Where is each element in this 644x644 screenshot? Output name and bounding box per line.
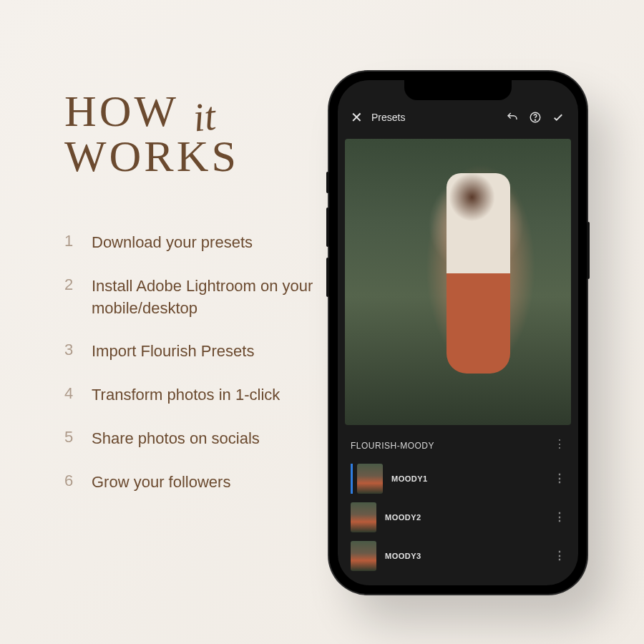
more-icon[interactable]: ⋮ [554, 514, 566, 521]
step-item: 1 Download your presets [64, 232, 336, 254]
step-text: Transform photos in 1-click [92, 384, 280, 406]
step-number: 1 [64, 232, 76, 254]
preset-label: MOODY1 [391, 474, 545, 483]
help-icon[interactable] [528, 110, 542, 125]
step-text: Import Flourish Presets [92, 341, 254, 363]
more-icon[interactable]: ⋮ [554, 552, 566, 560]
phone-side-button [326, 172, 329, 193]
step-item: 3 Import Flourish Presets [64, 341, 336, 363]
step-text: Share photos on socials [92, 428, 260, 450]
step-text: Download your presets [92, 232, 253, 254]
step-number: 2 [64, 275, 76, 320]
svg-point-1 [535, 119, 535, 120]
step-number: 6 [64, 472, 76, 494]
preset-thumbnail [357, 464, 383, 494]
preset-label: MOODY3 [385, 552, 545, 560]
preset-group-name: FLOURISH-MOODY [351, 441, 434, 451]
step-item: 4 Transform photos in 1-click [64, 384, 336, 406]
preset-item[interactable]: MOODY3 ⋮ [351, 537, 565, 575]
preset-label: MOODY2 [385, 513, 545, 522]
step-item: 5 Share photos on socials [64, 428, 336, 450]
more-icon[interactable]: ⋮ [554, 475, 566, 482]
phone-mockup: ✕ Presets FLOURISH-MOODY ⋮ MOODY1 ⋮ [329, 72, 587, 594]
step-text: Install Adobe Lightroom on your mobile/d… [92, 275, 336, 320]
phone-screen: ✕ Presets FLOURISH-MOODY ⋮ MOODY1 ⋮ [338, 80, 578, 585]
phone-side-button [587, 222, 590, 279]
preset-thumbnail [351, 541, 376, 571]
preset-item[interactable]: MOODY1 ⋮ [351, 459, 565, 498]
phone-side-button [326, 258, 329, 297]
check-icon[interactable] [551, 110, 565, 125]
step-number: 5 [64, 428, 76, 450]
steps-list: 1 Download your presets 2 Install Adobe … [64, 232, 336, 494]
heading-script: it [191, 93, 218, 141]
step-number: 4 [64, 384, 76, 406]
preset-item[interactable]: MOODY2 ⋮ [351, 498, 565, 537]
undo-icon[interactable] [505, 110, 519, 125]
heading-word-1: HOW [64, 86, 179, 137]
phone-side-button [326, 208, 329, 247]
phone-notch [404, 80, 512, 100]
step-item: 2 Install Adobe Lightroom on your mobile… [64, 275, 336, 320]
preset-list: MOODY1 ⋮ MOODY2 ⋮ MOODY3 ⋮ [338, 457, 578, 578]
close-icon[interactable]: ✕ [351, 109, 363, 126]
step-number: 3 [64, 341, 76, 363]
photo-preview[interactable] [345, 139, 571, 425]
more-icon[interactable]: ⋮ [554, 441, 566, 451]
topbar-title: Presets [371, 112, 405, 123]
step-item: 6 Grow your followers [64, 472, 336, 494]
preset-group-header[interactable]: FLOURISH-MOODY ⋮ [338, 425, 578, 457]
step-text: Grow your followers [92, 472, 230, 494]
preset-thumbnail [351, 502, 376, 532]
